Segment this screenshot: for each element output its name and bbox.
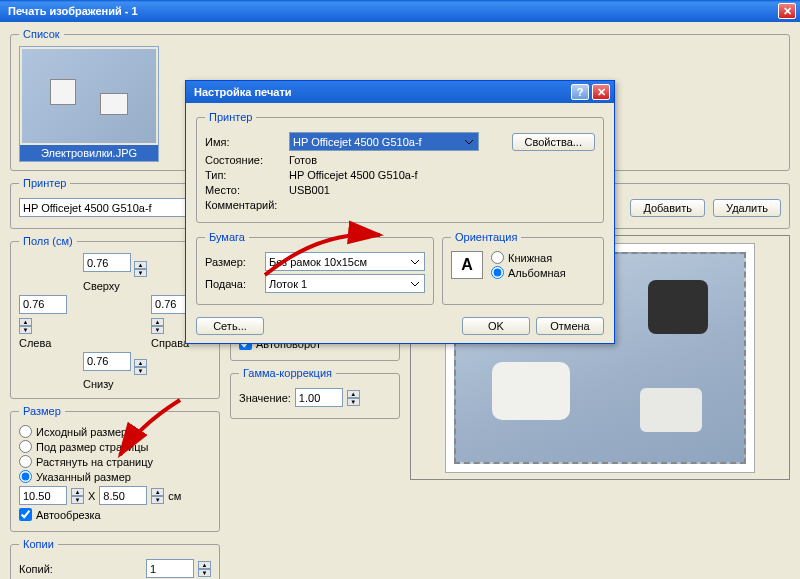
dlg-place-label: Место: [205, 184, 285, 196]
dlg-printer-legend: Принтер [205, 111, 256, 123]
radio-fit-page[interactable]: Под размер страницы [19, 440, 211, 453]
print-setup-dialog: Настройка печати ? ✕ Принтер Имя: HP Off… [185, 80, 615, 344]
thumbnail-image [22, 49, 156, 143]
list-legend: Список [19, 28, 64, 40]
margin-top-spin[interactable]: ▲▼ [134, 261, 147, 277]
dialog-title: Настройка печати [190, 86, 571, 98]
dlg-radio-portrait[interactable]: Книжная [491, 251, 566, 264]
copies-fieldset: Копии Копий: ▲▼ [10, 538, 220, 579]
dlg-cancel-button[interactable]: Отмена [536, 317, 604, 335]
add-button[interactable]: Добавить [630, 199, 705, 217]
gamma-legend: Гамма-коррекция [239, 367, 336, 379]
dlg-radio-landscape[interactable]: Альбомная [491, 266, 566, 279]
ok-button[interactable]: OK [462, 317, 530, 335]
dialog-close-icon[interactable]: ✕ [592, 84, 610, 100]
dlg-state-value: Готов [289, 154, 317, 166]
custom-width-spin[interactable]: ▲▼ [71, 488, 84, 504]
gamma-spin[interactable]: ▲▼ [347, 390, 360, 406]
margin-bottom-input[interactable] [83, 352, 131, 371]
margin-right-spin[interactable]: ▲▼ [151, 318, 164, 334]
network-button[interactable]: Сеть... [196, 317, 264, 335]
dialog-titlebar: Настройка печати ? ✕ [186, 81, 614, 103]
size-x-label: X [88, 490, 95, 502]
size-fieldset: Размер Исходный размер Под размер страни… [10, 405, 220, 532]
dlg-orient-fieldset: Ориентация A Книжная Альбомная [442, 231, 604, 305]
dlg-feed-select[interactable]: Лоток 1 [265, 274, 425, 293]
dlg-orient-legend: Ориентация [451, 231, 521, 243]
margin-top-label: Сверху [83, 280, 147, 292]
dlg-type-label: Тип: [205, 169, 285, 181]
dlg-name-label: Имя: [205, 136, 285, 148]
orientation-icon: A [451, 251, 483, 279]
close-icon[interactable]: ✕ [778, 3, 796, 19]
custom-height-spin[interactable]: ▲▼ [151, 488, 164, 504]
size-unit-label: см [168, 490, 181, 502]
margin-bottom-spin[interactable]: ▲▼ [134, 359, 147, 375]
margin-bottom-label: Снизу [83, 378, 147, 390]
gamma-fieldset: Гамма-коррекция Значение: ▲▼ [230, 367, 400, 419]
printer-legend: Принтер [19, 177, 70, 189]
dlg-place-value: USB001 [289, 184, 330, 196]
radio-custom-size[interactable]: Указанный размер [19, 470, 211, 483]
dlg-paper-fieldset: Бумага Размер: Без рамок 10x15см Подача:… [196, 231, 434, 305]
size-legend: Размер [19, 405, 65, 417]
dlg-printer-select[interactable]: HP Officejet 4500 G510a-f [289, 132, 479, 151]
radio-stretch[interactable]: Растянуть на страницу [19, 455, 211, 468]
help-icon[interactable]: ? [571, 84, 589, 100]
dlg-printer-fieldset: Принтер Имя: HP Officejet 4500 G510a-f С… [196, 111, 604, 223]
properties-button[interactable]: Свойства... [512, 133, 595, 151]
margin-left-spin[interactable]: ▲▼ [19, 318, 32, 334]
copies-input[interactable] [146, 559, 194, 578]
dlg-type-value: HP Officejet 4500 G510a-f [289, 169, 418, 181]
copies-spin[interactable]: ▲▼ [198, 561, 211, 577]
margin-left-label: Слева [19, 337, 79, 349]
delete-button[interactable]: Удалить [713, 199, 781, 217]
thumbnail-item[interactable]: Электровилки.JPG [19, 46, 159, 162]
gamma-input[interactable] [295, 388, 343, 407]
custom-height-input[interactable] [99, 486, 147, 505]
dlg-papersize-select[interactable]: Без рамок 10x15см [265, 252, 425, 271]
dlg-paper-legend: Бумага [205, 231, 249, 243]
dlg-papersize-label: Размер: [205, 256, 261, 268]
window-title: Печать изображений - 1 [4, 5, 778, 17]
thumbnail-label: Электровилки.JPG [20, 145, 158, 161]
dlg-state-label: Состояние: [205, 154, 285, 166]
custom-width-input[interactable] [19, 486, 67, 505]
margins-legend: Поля (см) [19, 235, 77, 247]
copies-legend: Копии [19, 538, 58, 550]
main-titlebar: Печать изображений - 1 ✕ [0, 0, 800, 22]
dlg-feed-label: Подача: [205, 278, 261, 290]
copies-label: Копий: [19, 563, 53, 575]
margin-top-input[interactable] [83, 253, 131, 272]
gamma-label: Значение: [239, 392, 291, 404]
autocrop-checkbox[interactable]: Автообрезка [19, 508, 211, 521]
margin-left-input[interactable] [19, 295, 67, 314]
radio-original-size[interactable]: Исходный размер [19, 425, 211, 438]
dlg-comment-label: Комментарий: [205, 199, 285, 211]
printer-name-input[interactable] [19, 198, 209, 217]
